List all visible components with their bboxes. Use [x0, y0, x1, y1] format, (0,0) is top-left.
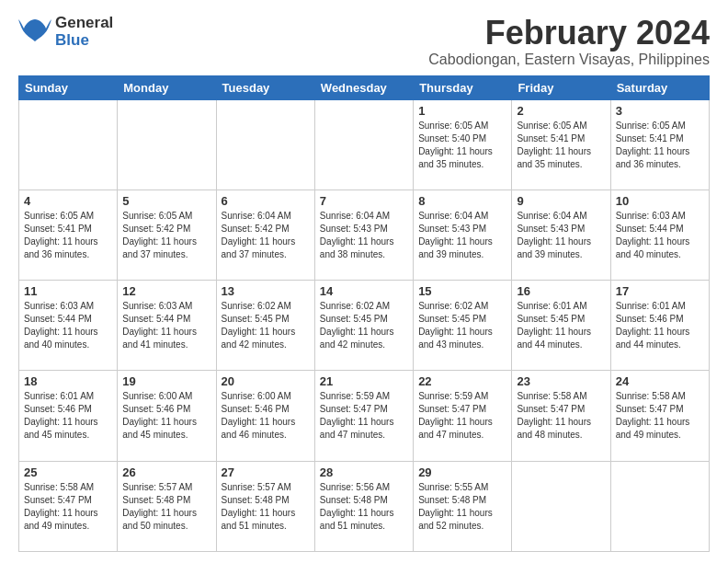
cell-content: Sunrise: 6:02 AM Sunset: 5:45 PM Dayligh… — [222, 300, 310, 351]
daylight-text: Daylight: 11 hours and 42 minutes. — [222, 327, 296, 350]
cell-content: Sunrise: 6:05 AM Sunset: 5:41 PM Dayligh… — [616, 120, 704, 171]
sunset-text: Sunset: 5:44 PM — [616, 224, 684, 234]
daylight-text: Daylight: 11 hours and 36 minutes. — [24, 236, 98, 259]
sunset-text: Sunset: 5:42 PM — [122, 224, 190, 234]
sunset-text: Sunset: 5:47 PM — [320, 404, 388, 414]
day-number: 17 — [616, 284, 704, 298]
month-title: February 2024 — [428, 15, 710, 52]
day-number: 11 — [24, 284, 112, 298]
daylight-text: Daylight: 11 hours and 37 minutes. — [222, 236, 296, 259]
cell-content: Sunrise: 6:03 AM Sunset: 5:44 PM Dayligh… — [616, 210, 704, 261]
day-number: 22 — [418, 374, 506, 388]
day-number: 24 — [616, 374, 704, 388]
cell-content: Sunrise: 5:59 AM Sunset: 5:47 PM Dayligh… — [418, 390, 506, 442]
day-number: 29 — [418, 465, 506, 479]
calendar-cell: 25 Sunrise: 5:58 AM Sunset: 5:47 PM Dayl… — [19, 461, 118, 551]
header-wednesday: Wednesday — [314, 75, 413, 99]
calendar-cell: 28 Sunrise: 5:56 AM Sunset: 5:48 PM Dayl… — [314, 461, 413, 551]
calendar-cell: 18 Sunrise: 6:01 AM Sunset: 5:46 PM Dayl… — [19, 371, 118, 461]
sunrise-text: Sunrise: 6:02 AM — [320, 301, 390, 311]
sunset-text: Sunset: 5:44 PM — [122, 314, 190, 324]
calendar-cell: 9 Sunrise: 6:04 AM Sunset: 5:43 PM Dayli… — [512, 190, 610, 280]
day-number: 28 — [320, 465, 408, 479]
day-number: 9 — [517, 194, 605, 208]
day-number: 19 — [122, 374, 210, 388]
day-number: 2 — [517, 104, 605, 118]
daylight-text: Daylight: 11 hours and 40 minutes. — [24, 327, 98, 350]
header-tuesday: Tuesday — [216, 75, 314, 99]
day-number: 12 — [122, 284, 210, 298]
calendar-cell: 19 Sunrise: 6:00 AM Sunset: 5:46 PM Dayl… — [118, 371, 216, 461]
sunrise-text: Sunrise: 6:01 AM — [517, 301, 586, 311]
sunrise-text: Sunrise: 5:59 AM — [320, 391, 390, 401]
calendar-cell: 14 Sunrise: 6:02 AM Sunset: 5:45 PM Dayl… — [314, 281, 413, 371]
cell-content: Sunrise: 5:59 AM Sunset: 5:47 PM Dayligh… — [320, 390, 408, 442]
sunrise-text: Sunrise: 6:05 AM — [418, 121, 488, 131]
daylight-text: Daylight: 11 hours and 49 minutes. — [616, 417, 690, 440]
cell-content: Sunrise: 6:03 AM Sunset: 5:44 PM Dayligh… — [24, 300, 112, 351]
sunset-text: Sunset: 5:48 PM — [222, 495, 290, 505]
day-number: 5 — [122, 194, 210, 208]
sunrise-text: Sunrise: 6:00 AM — [222, 391, 291, 401]
sunrise-text: Sunrise: 6:05 AM — [616, 121, 686, 131]
daylight-text: Daylight: 11 hours and 39 minutes. — [418, 236, 493, 259]
sunset-text: Sunset: 5:47 PM — [517, 404, 585, 414]
daylight-text: Daylight: 11 hours and 40 minutes. — [616, 236, 690, 259]
cell-content: Sunrise: 6:00 AM Sunset: 5:46 PM Dayligh… — [222, 390, 310, 442]
day-number: 14 — [320, 284, 408, 298]
daylight-text: Daylight: 11 hours and 44 minutes. — [616, 327, 690, 350]
sunrise-text: Sunrise: 5:56 AM — [320, 482, 390, 492]
cell-content: Sunrise: 6:05 AM Sunset: 5:40 PM Dayligh… — [418, 120, 506, 171]
cell-content: Sunrise: 6:04 AM Sunset: 5:43 PM Dayligh… — [320, 210, 408, 261]
cell-content: Sunrise: 6:05 AM Sunset: 5:41 PM Dayligh… — [24, 210, 112, 261]
day-number: 27 — [222, 465, 310, 479]
day-number: 4 — [24, 194, 112, 208]
sunset-text: Sunset: 5:45 PM — [418, 314, 486, 324]
sunrise-text: Sunrise: 5:58 AM — [616, 391, 686, 401]
day-number: 20 — [222, 374, 310, 388]
week-row-2: 11 Sunrise: 6:03 AM Sunset: 5:44 PM Dayl… — [19, 281, 710, 371]
daylight-text: Daylight: 11 hours and 48 minutes. — [517, 417, 591, 440]
calendar-cell: 15 Sunrise: 6:02 AM Sunset: 5:45 PM Dayl… — [414, 281, 512, 371]
location: Cabodiongan, Eastern Visayas, Philippine… — [428, 52, 710, 68]
calendar-cell: 3 Sunrise: 6:05 AM Sunset: 5:41 PM Dayli… — [610, 99, 709, 190]
logo-bird-icon — [18, 16, 51, 49]
page: General Blue February 2024 Cabodiongan, … — [0, 0, 728, 563]
sunrise-text: Sunrise: 6:05 AM — [122, 211, 192, 221]
day-number: 6 — [222, 194, 310, 208]
sunrise-text: Sunrise: 6:00 AM — [122, 391, 192, 401]
daylight-text: Daylight: 11 hours and 45 minutes. — [24, 417, 98, 440]
calendar-cell: 2 Sunrise: 6:05 AM Sunset: 5:41 PM Dayli… — [512, 99, 610, 190]
daylight-text: Daylight: 11 hours and 45 minutes. — [122, 417, 197, 440]
sunset-text: Sunset: 5:46 PM — [616, 314, 684, 324]
sunset-text: Sunset: 5:43 PM — [517, 224, 585, 234]
sunrise-text: Sunrise: 6:04 AM — [320, 211, 390, 221]
sunrise-text: Sunrise: 6:03 AM — [122, 301, 192, 311]
calendar-cell: 10 Sunrise: 6:03 AM Sunset: 5:44 PM Dayl… — [610, 190, 709, 280]
calendar-cell — [314, 99, 413, 190]
day-number: 26 — [122, 465, 210, 479]
sunset-text: Sunset: 5:47 PM — [418, 404, 486, 414]
daylight-text: Daylight: 11 hours and 38 minutes. — [320, 236, 394, 259]
sunrise-text: Sunrise: 6:01 AM — [24, 391, 94, 401]
cell-content: Sunrise: 6:05 AM Sunset: 5:42 PM Dayligh… — [122, 210, 210, 261]
sunset-text: Sunset: 5:46 PM — [24, 404, 92, 414]
cell-content: Sunrise: 6:01 AM Sunset: 5:46 PM Dayligh… — [24, 390, 112, 442]
cell-content: Sunrise: 5:57 AM Sunset: 5:48 PM Dayligh… — [122, 481, 210, 533]
day-number: 15 — [418, 284, 506, 298]
day-number: 1 — [418, 104, 506, 118]
sunset-text: Sunset: 5:40 PM — [418, 133, 486, 144]
sunset-text: Sunset: 5:41 PM — [517, 133, 585, 144]
sunrise-text: Sunrise: 6:03 AM — [24, 301, 94, 311]
sunset-text: Sunset: 5:45 PM — [320, 314, 388, 324]
sunset-text: Sunset: 5:43 PM — [320, 224, 388, 234]
daylight-text: Daylight: 11 hours and 41 minutes. — [122, 327, 197, 350]
sunrise-text: Sunrise: 6:02 AM — [222, 301, 291, 311]
daylight-text: Daylight: 11 hours and 37 minutes. — [122, 236, 197, 259]
day-number: 7 — [320, 194, 408, 208]
calendar-cell — [512, 461, 610, 551]
week-row-4: 25 Sunrise: 5:58 AM Sunset: 5:47 PM Dayl… — [19, 461, 710, 551]
calendar-cell: 23 Sunrise: 5:58 AM Sunset: 5:47 PM Dayl… — [512, 371, 610, 461]
calendar-cell: 7 Sunrise: 6:04 AM Sunset: 5:43 PM Dayli… — [314, 190, 413, 280]
sunrise-text: Sunrise: 6:04 AM — [517, 211, 586, 221]
